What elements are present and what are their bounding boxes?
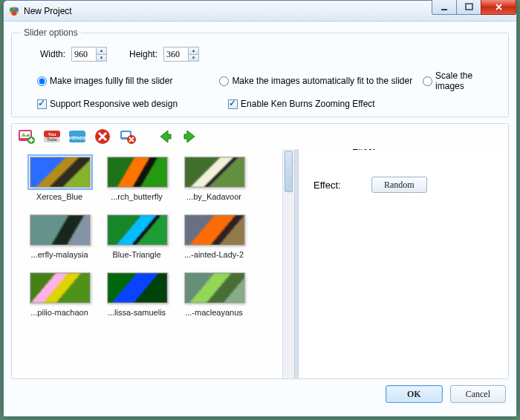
fill-mode-radio-fit[interactable]: Make the images automatically fit to the… <box>219 76 423 86</box>
ok-button-label: OK <box>407 389 421 399</box>
thumbs-wrap: Xerces_Blue...rch_butterfly...by_Kadavoo… <box>12 149 294 378</box>
fit-radio[interactable] <box>219 76 229 86</box>
tab-content: Effect: Random <box>299 149 508 378</box>
thumbnail-item[interactable]: ...pilio-machaon <box>22 272 98 317</box>
thumbnail-scrollbar[interactable] <box>282 149 294 378</box>
main-area: YouTube vimeo <box>11 123 509 379</box>
titlebar: New Project <box>4 1 516 22</box>
add-vimeo-button[interactable]: vimeo <box>67 126 88 147</box>
thumbnail-image[interactable] <box>30 272 91 303</box>
kenburns-checkbox-label: Enable Ken Burns Zooming Effect <box>241 99 375 109</box>
svg-rect-5 <box>466 4 472 10</box>
window-maximize-button[interactable] <box>456 0 481 15</box>
svg-text:Tube: Tube <box>47 137 58 142</box>
width-spinner[interactable]: ▲ ▼ <box>71 47 107 62</box>
fill-mode-radio-fill[interactable]: Make images fullly fill the slider <box>37 76 219 86</box>
svg-point-8 <box>22 133 24 134</box>
svg-text:vimeo: vimeo <box>68 134 85 141</box>
height-step-down[interactable]: ▼ <box>189 55 198 62</box>
fill-mode-radio-scale[interactable]: Scale the images <box>423 70 499 91</box>
prev-button[interactable] <box>155 126 175 147</box>
thumbnail-item[interactable]: ...erfly-malaysia <box>22 214 98 259</box>
fill-radio-label: Make images fullly fill the slider <box>50 76 172 86</box>
thumbnail-item[interactable]: ...lissa-samuelis <box>100 272 175 317</box>
effect-row: Effect: Random <box>313 177 499 193</box>
dialog-body: Slider options Width: ▲ ▼ Height: ▲ ▼ <box>4 22 516 416</box>
thumbnail-caption: Xerces_Blue <box>22 192 97 201</box>
thumbnail-panel[interactable]: Xerces_Blue...rch_butterfly...by_Kadavoo… <box>12 149 282 378</box>
thumbnail-image[interactable] <box>184 272 245 303</box>
thumbnail-item[interactable]: ...rch_butterfly <box>100 157 175 201</box>
split-area: Xerces_Blue...rch_butterfly...by_Kadavoo… <box>12 149 508 378</box>
window-title: New Project <box>24 6 72 16</box>
app-icon <box>8 5 20 17</box>
window-controls <box>432 0 516 15</box>
toolbar: YouTube vimeo <box>12 124 508 149</box>
right-pane: Basic Info Transition Effect Action Info… <box>299 149 508 378</box>
thumbnail-caption: ...by_Kadavoor <box>177 192 251 201</box>
thumbnail-caption: ...lissa-samuelis <box>100 308 174 317</box>
add-youtube-button[interactable]: YouTube <box>42 126 62 147</box>
thumbnail-caption: ...-ainted-Lady-2 <box>177 250 251 259</box>
dialog-footer: OK Cancel <box>11 379 509 409</box>
add-image-button[interactable] <box>16 126 37 147</box>
slider-options-group: Slider options Width: ▲ ▼ Height: ▲ ▼ <box>11 27 509 117</box>
scrollbar-thumb[interactable] <box>285 151 293 192</box>
cancel-button-label: Cancel <box>466 389 490 399</box>
responsive-checkbox-label: Support Responsive web design <box>50 99 178 109</box>
svg-point-2 <box>14 7 19 12</box>
thumbnail-item[interactable]: ...by_Kadavoor <box>177 157 253 201</box>
effect-label: Effect: <box>313 180 358 191</box>
thumbnail-item[interactable]: ...-ainted-Lady-2 <box>177 214 253 259</box>
height-step-up[interactable]: ▲ <box>189 47 198 55</box>
thumbnail-image[interactable] <box>184 157 245 188</box>
scale-radio[interactable] <box>423 76 432 86</box>
cancel-button[interactable]: Cancel <box>450 385 506 403</box>
fill-mode-row: Make images fullly fill the slider Make … <box>21 70 499 91</box>
checks-row: Support Responsive web design Enable Ken… <box>21 99 499 109</box>
width-step-up[interactable]: ▲ <box>97 47 106 55</box>
responsive-checkbox[interactable] <box>37 99 47 109</box>
thumbnail-image[interactable] <box>107 272 168 303</box>
thumbnail-caption: ...pilio-machaon <box>22 308 97 317</box>
delete-button[interactable] <box>92 126 113 147</box>
svg-text:You: You <box>48 132 56 137</box>
next-button[interactable] <box>180 126 201 147</box>
delete-all-button[interactable] <box>117 126 138 147</box>
responsive-check[interactable]: Support Responsive web design <box>37 99 178 109</box>
svg-point-3 <box>12 11 16 16</box>
effect-random-label: Random <box>384 180 415 190</box>
kenburns-checkbox[interactable] <box>228 99 238 109</box>
fill-radio[interactable] <box>37 76 47 86</box>
thumbnail-caption: ...rch_butterfly <box>100 192 174 201</box>
thumbnail-image[interactable] <box>107 214 168 246</box>
width-label: Width: <box>40 49 65 59</box>
thumbnail-image[interactable] <box>184 214 245 246</box>
height-label: Height: <box>129 49 157 59</box>
thumbnail-item[interactable]: ...-macleayanus <box>177 272 253 317</box>
height-spinner[interactable]: ▲ ▼ <box>163 47 199 62</box>
thumbnail-item[interactable]: Blue-Triangle <box>100 214 175 259</box>
kenburns-check[interactable]: Enable Ken Burns Zooming Effect <box>228 99 375 109</box>
svg-point-1 <box>10 7 14 12</box>
window-close-button[interactable] <box>481 0 516 15</box>
effect-random-button[interactable]: Random <box>371 177 427 193</box>
svg-rect-4 <box>441 9 447 10</box>
scale-radio-label: Scale the images <box>435 70 499 91</box>
window-minimize-button[interactable] <box>432 0 457 15</box>
slider-options-legend: Slider options <box>21 27 81 38</box>
thumbnail-caption: ...erfly-malaysia <box>22 250 97 259</box>
thumbnail-caption: ...-macleayanus <box>177 308 251 317</box>
width-step-down[interactable]: ▼ <box>97 55 106 62</box>
ok-button[interactable]: OK <box>386 385 443 403</box>
thumbnail-image[interactable] <box>30 157 91 188</box>
dimensions-row: Width: ▲ ▼ Height: ▲ ▼ <box>21 47 499 62</box>
fit-radio-label: Make the images automatically fit to the… <box>232 76 412 86</box>
thumbnail-image[interactable] <box>30 214 91 246</box>
thumbnail-caption: Blue-Triangle <box>100 250 174 259</box>
dialog-window: New Project Slider options Width: ▲ <box>3 0 517 417</box>
thumbnail-item[interactable]: Xerces_Blue <box>22 157 98 201</box>
thumbnail-image[interactable] <box>107 157 168 188</box>
